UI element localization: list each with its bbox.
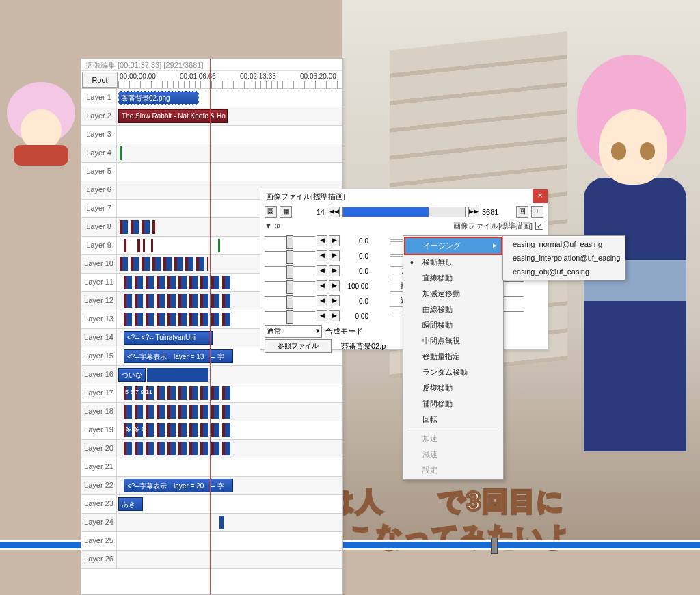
layer-track[interactable]: The Slow Rabbit - Nat Keefe & Ho <box>117 107 342 125</box>
add-button[interactable]: + <box>531 206 543 218</box>
layer-label[interactable]: Layer 15 <box>81 347 117 365</box>
prev-key-button[interactable]: ◀◀ <box>329 207 340 217</box>
layer-label[interactable]: Layer 2 <box>81 107 117 125</box>
frame-slider[interactable] <box>342 207 466 217</box>
layer-track[interactable]: <?--字幕表示 layer = 20 -- 字 <box>117 477 342 494</box>
layer-label[interactable]: Layer 14 <box>81 329 117 347</box>
layer-track[interactable] <box>117 144 342 162</box>
layer-track[interactable] <box>117 551 342 568</box>
timeline-segment[interactable]: 5 6 7 9 11 <box>124 386 233 400</box>
playhead[interactable] <box>210 89 211 569</box>
timeline-clip[interactable]: <?-- <?-- TuinatyanUni <box>124 331 213 345</box>
inc-button[interactable]: ▶ <box>329 250 340 261</box>
layer-label[interactable]: Layer 17 <box>81 384 117 402</box>
layer-label[interactable]: Layer 3 <box>81 126 117 144</box>
timeline-segment[interactable] <box>124 442 233 455</box>
timeline-segment[interactable] <box>124 313 233 326</box>
timeline-segment[interactable] <box>143 239 145 252</box>
timeline-segment[interactable] <box>124 294 233 308</box>
layer-label[interactable]: Layer 9 <box>81 237 117 254</box>
timeline-clip[interactable]: <?--字幕表示 layer = 13 -- 字 <box>124 349 233 363</box>
layer-label[interactable]: Layer 18 <box>81 403 117 421</box>
menu-item[interactable]: 反復移動 <box>405 380 502 396</box>
blend-mode-dropdown[interactable]: 通常▾ <box>265 325 322 338</box>
timeline-segment[interactable] <box>218 239 220 252</box>
dec-button[interactable]: ◀ <box>317 295 327 306</box>
layer-track[interactable] <box>117 514 342 531</box>
timeline-clip[interactable]: The Slow Rabbit - Nat Keefe & Ho <box>118 109 228 123</box>
param-slider-left[interactable] <box>265 266 315 276</box>
menu-item[interactable]: 瞬間移動 <box>405 317 502 333</box>
timeline-clip[interactable]: 茶番背景02.png <box>118 91 199 105</box>
layer-label[interactable]: Layer 26 <box>81 551 117 568</box>
submenu-item[interactable]: easing_normal@uf_easing <box>504 237 623 251</box>
param-slider-left[interactable] <box>265 251 315 261</box>
layer-label[interactable]: Layer 4 <box>81 144 117 162</box>
layer-label[interactable]: Layer 25 <box>81 532 117 550</box>
layer-track[interactable]: 多 多 多 <box>117 421 342 439</box>
dec-button[interactable]: ◀ <box>317 280 327 291</box>
submenu-item[interactable]: easing_obj@uf_easing <box>504 265 623 278</box>
menu-item[interactable]: 補間移動 <box>405 396 502 412</box>
timeline-segment[interactable] <box>124 239 126 252</box>
dec-button[interactable]: ◀ <box>317 235 327 246</box>
dec-button[interactable]: ◀ <box>317 265 327 276</box>
layer-track[interactable] <box>117 440 342 458</box>
layer-label[interactable]: Layer 1 <box>81 89 117 107</box>
settings-button[interactable]: 回 <box>516 206 528 218</box>
menu-item[interactable]: 中間点無視 <box>405 333 502 349</box>
timeline-segment[interactable] <box>124 405 233 419</box>
property-titlebar[interactable]: 画像ファイル[標準描画] × <box>260 189 548 203</box>
timeline-segment[interactable] <box>137 239 140 252</box>
layer-track[interactable] <box>117 403 342 421</box>
layer-label[interactable]: Layer 16 <box>81 366 117 384</box>
timeline-segment[interactable] <box>120 220 155 234</box>
layer-label[interactable]: Layer 22 <box>81 477 117 494</box>
layer-track[interactable] <box>117 458 342 476</box>
param-slider-left[interactable] <box>265 311 315 321</box>
timeline-clip[interactable]: ついな <box>118 368 146 382</box>
inc-button[interactable]: ▶ <box>329 295 340 306</box>
timeline-clip[interactable]: <?--字幕表示 layer = 20 -- 字 <box>124 479 233 492</box>
timeline-segment[interactable] <box>124 276 233 289</box>
menu-item-easing[interactable]: イージング <box>404 237 502 255</box>
param-slider-left[interactable] <box>265 236 315 246</box>
enable-checkbox[interactable]: ✓ <box>535 222 543 230</box>
layer-label[interactable]: Layer 7 <box>81 200 117 217</box>
layer-label[interactable]: Layer 23 <box>81 495 117 513</box>
collapse-button[interactable]: 圓 <box>265 206 277 218</box>
timeline-segment[interactable] <box>219 516 224 529</box>
layer-label[interactable]: Layer 13 <box>81 310 117 328</box>
timeline-ruler[interactable]: 00:00:00.00 00:01:06.66 00:02:13.33 00:0… <box>118 71 342 88</box>
inc-button[interactable]: ▶ <box>329 235 340 246</box>
next-key-button[interactable]: ▶▶ <box>468 207 479 217</box>
timeline-clip[interactable]: あき <box>118 497 143 511</box>
reference-file-button[interactable]: 参照ファイル <box>265 339 332 353</box>
inc-button[interactable]: ▶ <box>329 310 340 321</box>
layer-label[interactable]: Layer 5 <box>81 163 117 181</box>
dec-button[interactable]: ◀ <box>317 310 327 321</box>
menu-item[interactable]: 回転 <box>405 412 502 427</box>
layer-track[interactable]: 茶番背景02.png <box>117 89 342 107</box>
dec-button[interactable]: ◀ <box>317 250 327 261</box>
layer-label[interactable]: Layer 20 <box>81 440 117 458</box>
layer-track[interactable]: 5 6 7 9 11 <box>117 384 342 402</box>
timeline-titlebar[interactable]: 拡張編集 [00:01:37.33] [2921/3681] <box>81 59 342 71</box>
layer-track[interactable] <box>117 163 342 181</box>
root-button[interactable]: Root <box>82 72 118 88</box>
layer-track[interactable]: あき <box>117 495 342 513</box>
inc-button[interactable]: ▶ <box>329 265 340 276</box>
inc-button[interactable]: ▶ <box>329 280 340 291</box>
layer-label[interactable]: Layer 8 <box>81 218 117 236</box>
delete-button[interactable]: ▦ <box>280 206 292 218</box>
layer-label[interactable]: Layer 19 <box>81 421 117 439</box>
menu-item[interactable]: 曲線移動 <box>405 302 502 317</box>
timeline-segment[interactable] <box>147 368 208 382</box>
menu-item[interactable]: ランダム移動 <box>405 365 502 380</box>
menu-item[interactable]: 加減速移動 <box>405 286 502 302</box>
timeline-segment[interactable] <box>151 239 153 252</box>
submenu-item[interactable]: easing_interpolation@uf_easing <box>504 251 623 265</box>
layer-label[interactable]: Layer 10 <box>81 255 117 273</box>
layer-track[interactable] <box>117 532 342 550</box>
param-slider-left[interactable] <box>265 281 315 291</box>
